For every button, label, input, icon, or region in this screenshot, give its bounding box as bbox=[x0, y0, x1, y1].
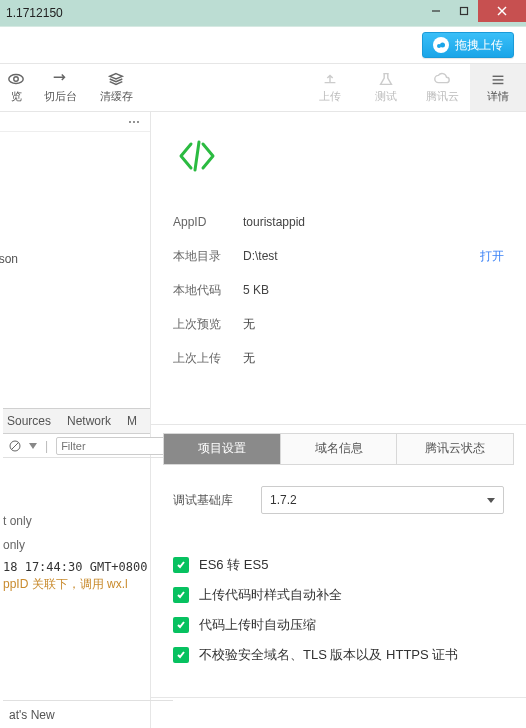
last-preview-value: 无 bbox=[243, 316, 255, 333]
maximize-button[interactable] bbox=[450, 0, 478, 22]
toolbar-test[interactable]: 测试 bbox=[358, 64, 414, 111]
menu-icon bbox=[489, 71, 507, 87]
eye-icon bbox=[7, 71, 25, 87]
drag-upload-label: 拖拽上传 bbox=[455, 37, 503, 54]
devtool-tab-sources[interactable]: Sources bbox=[7, 414, 51, 428]
devtool-tab-network[interactable]: Network bbox=[67, 414, 111, 428]
local-dir-label: 本地目录 bbox=[173, 248, 243, 265]
checkbox-checked-icon bbox=[173, 647, 189, 663]
cloud-icon bbox=[433, 71, 451, 87]
last-upload-label: 上次上传 bbox=[173, 350, 243, 367]
svg-rect-1 bbox=[461, 8, 468, 15]
settings-panel: 调试基础库 1.7.2 ES6 转 ES5 上传代码时样式自动补全 代码上传时自… bbox=[151, 486, 526, 670]
dropdown-icon[interactable] bbox=[29, 443, 37, 449]
appid-value: touristappid bbox=[243, 215, 305, 229]
titlebar: 1.1712150 bbox=[0, 0, 526, 26]
open-dir-link[interactable]: 打开 bbox=[480, 248, 504, 265]
toolbar-preview[interactable]: 览 bbox=[0, 64, 32, 111]
file-item[interactable]: fig.json bbox=[0, 252, 18, 266]
window-controls bbox=[422, 0, 526, 22]
local-code-value: 5 KB bbox=[243, 283, 269, 297]
toolbar-details[interactable]: 详情 bbox=[470, 64, 526, 111]
check-compress[interactable]: 代码上传时自动压缩 bbox=[173, 610, 504, 640]
toolbar-upload[interactable]: 上传 bbox=[302, 64, 358, 111]
cloud-icon bbox=[433, 37, 449, 53]
svg-line-11 bbox=[195, 142, 199, 170]
upload-icon bbox=[321, 71, 339, 87]
settings-tabs: 项目设置 域名信息 腾讯云状态 bbox=[151, 424, 526, 464]
local-dir-value: D:\test bbox=[243, 249, 278, 263]
check-style[interactable]: 上传代码时样式自动补全 bbox=[173, 580, 504, 610]
drag-upload-button[interactable]: 拖拽上传 bbox=[422, 32, 514, 58]
svg-point-7 bbox=[14, 77, 19, 82]
appid-label: AppID bbox=[173, 215, 243, 229]
base-library-select[interactable]: 1.7.2 bbox=[261, 486, 504, 514]
tab-project-settings[interactable]: 项目设置 bbox=[164, 434, 281, 464]
check-no-verify[interactable]: 不校验安全域名、TLS 版本以及 HTTPS 证书 bbox=[173, 640, 504, 670]
checkbox-checked-icon bbox=[173, 557, 189, 573]
toolbar: 览 切后台 清缓存 上传 测试 腾讯云 详情 bbox=[0, 64, 526, 112]
minimize-button[interactable] bbox=[422, 0, 450, 22]
flask-icon bbox=[377, 71, 395, 87]
upload-bar: 拖拽上传 bbox=[0, 26, 526, 64]
tab-cloud-status[interactable]: 腾讯云状态 bbox=[397, 434, 513, 464]
last-upload-value: 无 bbox=[243, 350, 255, 367]
svg-line-13 bbox=[12, 442, 19, 449]
devtools-tabs: Sources Network M bbox=[3, 408, 150, 434]
layers-icon bbox=[107, 71, 125, 87]
svg-point-5 bbox=[440, 43, 445, 48]
toolbar-background[interactable]: 切后台 bbox=[32, 64, 88, 111]
checkbox-checked-icon bbox=[173, 617, 189, 633]
file-ellipsis[interactable]: ⋯ bbox=[0, 112, 150, 132]
svg-point-6 bbox=[9, 75, 23, 84]
devtool-tab-more[interactable]: M bbox=[127, 414, 137, 428]
base-library-label: 调试基础库 bbox=[173, 492, 249, 509]
last-preview-label: 上次预览 bbox=[173, 316, 243, 333]
window-title: 1.1712150 bbox=[6, 6, 63, 20]
switch-icon bbox=[51, 71, 69, 87]
check-es6[interactable]: ES6 转 ES5 bbox=[173, 550, 504, 580]
checkbox-checked-icon bbox=[173, 587, 189, 603]
base-library-value: 1.7.2 bbox=[270, 493, 297, 507]
toolbar-clear-cache[interactable]: 清缓存 bbox=[88, 64, 144, 111]
chevron-down-icon bbox=[487, 498, 495, 503]
local-code-label: 本地代码 bbox=[173, 282, 243, 299]
project-detail: AppIDtouristappid 本地目录D:\test打开 本地代码5 KB… bbox=[151, 112, 526, 402]
divider bbox=[151, 697, 526, 698]
tab-domain-info[interactable]: 域名信息 bbox=[281, 434, 398, 464]
close-button[interactable] bbox=[478, 0, 526, 22]
ban-icon[interactable] bbox=[9, 440, 21, 452]
toolbar-tencent-cloud[interactable]: 腾讯云 bbox=[414, 64, 470, 111]
whats-new[interactable]: at's New bbox=[3, 700, 173, 728]
app-logo-icon bbox=[173, 136, 504, 179]
